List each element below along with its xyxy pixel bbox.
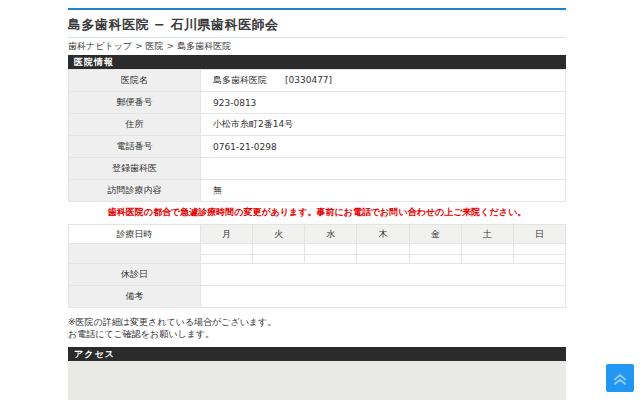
schedule-cell bbox=[201, 244, 253, 255]
schedule-cell bbox=[253, 244, 305, 255]
clinic-name-text: 島多歯科医院 bbox=[213, 75, 267, 85]
schedule-header-sun: 日 bbox=[513, 225, 565, 244]
schedule-cell bbox=[305, 244, 357, 255]
breadcrumb: 歯科ナビトップ>医院>島多歯科医院 bbox=[68, 42, 566, 51]
schedule-header-sat: 土 bbox=[461, 225, 513, 244]
section-header-access: アクセス bbox=[68, 347, 566, 361]
table-row: 休診日 bbox=[69, 264, 566, 286]
info-label-registered-dentist: 登録歯科医 bbox=[69, 158, 201, 180]
info-label-visit-treatment: 訪問診療内容 bbox=[69, 180, 201, 202]
schedule-cell bbox=[357, 255, 409, 264]
schedule-header-hours: 診療日時 bbox=[69, 225, 201, 244]
schedule-cell bbox=[305, 255, 357, 264]
schedule-closed-value bbox=[201, 264, 566, 286]
footnote-line-2: お電話にてご確認をお願いします。 bbox=[68, 328, 566, 340]
schedule-slot-row bbox=[69, 244, 566, 255]
info-value-postal-code: 923-0813 bbox=[201, 92, 566, 114]
table-row: 登録歯科医 bbox=[69, 158, 566, 180]
table-row: 備考 bbox=[69, 286, 566, 308]
schedule-cell bbox=[201, 255, 253, 264]
table-row: 電話番号 0761-21-0298 bbox=[69, 136, 566, 158]
schedule-cell bbox=[461, 255, 513, 264]
schedule-cell bbox=[513, 255, 565, 264]
footnotes: ※医院の詳細は変更されている場合がございます。 お電話にてご確認をお願いします。 bbox=[68, 316, 566, 340]
schedule-change-notice: 歯科医院の都合で急遽診療時間の変更があります。事前にお電話でお問い合わせの上ご来… bbox=[68, 208, 566, 217]
table-row: 医院名 島多歯科医院[0330477] bbox=[69, 70, 566, 92]
section-header-clinic-info: 医院情報 bbox=[68, 55, 566, 69]
info-value-registered-dentist bbox=[201, 158, 566, 180]
schedule-cell bbox=[409, 244, 461, 255]
footnote-line-1: ※医院の詳細は変更されている場合がございます。 bbox=[68, 316, 566, 328]
info-label-phone: 電話番号 bbox=[69, 136, 201, 158]
info-label-address: 住所 bbox=[69, 114, 201, 136]
page-title: 島多歯科医院 − 石川県歯科医師会 bbox=[68, 17, 566, 32]
breadcrumb-link-clinics[interactable]: 医院 bbox=[146, 41, 164, 51]
schedule-slot-label bbox=[69, 244, 201, 264]
schedule-cell bbox=[513, 244, 565, 255]
clinic-code-text: [0330477] bbox=[285, 75, 332, 85]
schedule-header-wed: 水 bbox=[305, 225, 357, 244]
schedule-header-mon: 月 bbox=[201, 225, 253, 244]
schedule-table: 診療日時 月 火 水 木 金 土 日 bbox=[68, 224, 566, 308]
schedule-remarks-value bbox=[201, 286, 566, 308]
schedule-remarks-label: 備考 bbox=[69, 286, 201, 308]
info-label-postal-code: 郵便番号 bbox=[69, 92, 201, 114]
schedule-cell bbox=[409, 255, 461, 264]
info-value-visit-treatment: 無 bbox=[201, 180, 566, 202]
schedule-header-thu: 木 bbox=[357, 225, 409, 244]
info-value-clinic-name: 島多歯科医院[0330477] bbox=[201, 70, 566, 92]
schedule-closed-label: 休診日 bbox=[69, 264, 201, 286]
table-row: 郵便番号 923-0813 bbox=[69, 92, 566, 114]
accent-top-rule bbox=[68, 8, 566, 10]
schedule-header-fri: 金 bbox=[409, 225, 461, 244]
schedule-cell bbox=[461, 244, 513, 255]
breadcrumb-current: 島多歯科医院 bbox=[177, 41, 231, 51]
breadcrumb-separator: > bbox=[135, 41, 143, 51]
map-placeholder[interactable] bbox=[68, 361, 566, 400]
breadcrumb-link-home[interactable]: 歯科ナビトップ bbox=[68, 41, 132, 51]
schedule-header-row: 診療日時 月 火 水 木 金 土 日 bbox=[69, 225, 566, 244]
table-row: 住所 小松市糸町2番14号 bbox=[69, 114, 566, 136]
clinic-info-table: 医院名 島多歯科医院[0330477] 郵便番号 923-0813 住所 小松市… bbox=[68, 69, 566, 202]
table-row: 訪問診療内容 無 bbox=[69, 180, 566, 202]
info-value-phone: 0761-21-0298 bbox=[201, 136, 566, 158]
info-label-clinic-name: 医院名 bbox=[69, 70, 201, 92]
chevron-double-up-icon bbox=[610, 368, 630, 388]
schedule-cell bbox=[253, 255, 305, 264]
title-divider bbox=[68, 37, 566, 38]
schedule-cell bbox=[357, 244, 409, 255]
info-value-address: 小松市糸町2番14号 bbox=[201, 114, 566, 136]
scroll-to-top-button[interactable] bbox=[606, 364, 634, 392]
page-content: 島多歯科医院 − 石川県歯科医師会 歯科ナビトップ>医院>島多歯科医院 医院情報… bbox=[68, 0, 566, 400]
breadcrumb-separator: > bbox=[167, 41, 175, 51]
schedule-header-tue: 火 bbox=[253, 225, 305, 244]
